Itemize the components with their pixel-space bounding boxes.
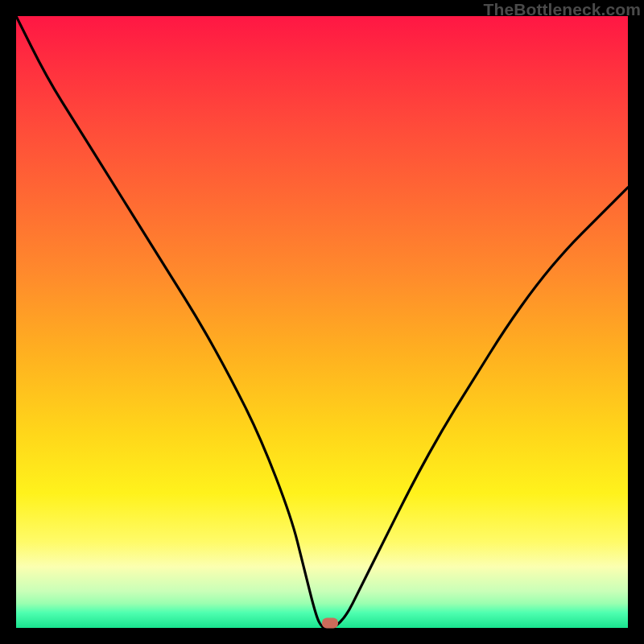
bottleneck-curve xyxy=(16,16,628,628)
optimal-point-marker xyxy=(322,617,338,628)
plot-area xyxy=(16,16,628,628)
watermark-text: TheBottleneck.com xyxy=(484,0,641,19)
chart-frame: TheBottleneck.com xyxy=(0,0,644,644)
